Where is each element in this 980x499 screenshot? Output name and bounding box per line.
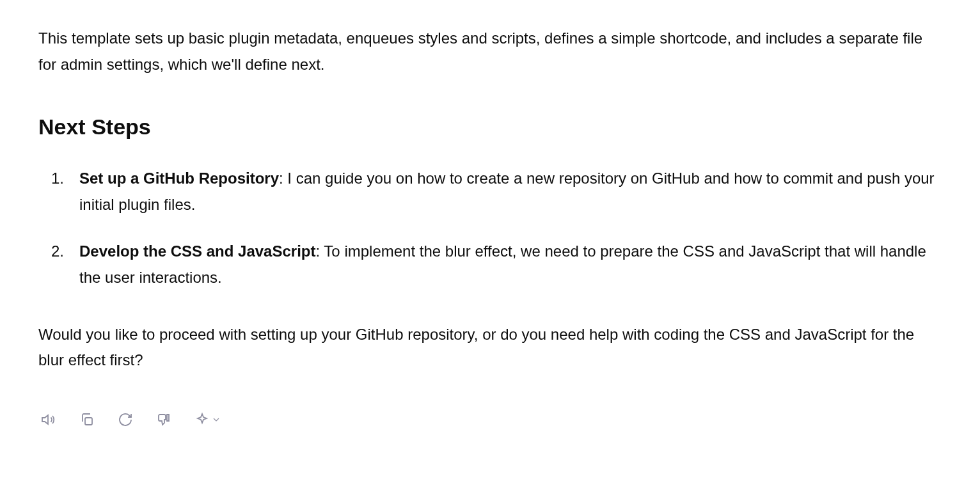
step-bold-text: Develop the CSS and JavaScript <box>79 242 315 260</box>
regenerate-button[interactable] <box>115 409 136 432</box>
steps-list: Set up a GitHub Repository: I can guide … <box>38 166 942 290</box>
step-item: Set up a GitHub Repository: I can guide … <box>51 166 942 218</box>
copy-icon <box>79 412 95 429</box>
model-switch-button[interactable] <box>192 409 224 432</box>
intro-paragraph: This template sets up basic plugin metad… <box>38 26 942 78</box>
next-steps-heading: Next Steps <box>38 109 942 146</box>
speaker-icon <box>41 412 56 429</box>
svg-rect-0 <box>85 418 92 425</box>
closing-paragraph: Would you like to proceed with setting u… <box>38 322 942 374</box>
step-bold-text: Set up a GitHub Repository <box>79 170 279 187</box>
copy-button[interactable] <box>77 409 97 432</box>
read-aloud-button[interactable] <box>38 409 59 432</box>
action-bar <box>38 404 942 432</box>
thumbs-down-icon <box>156 412 171 429</box>
step-item: Develop the CSS and JavaScript: To imple… <box>51 239 942 291</box>
refresh-icon <box>118 412 133 429</box>
chevron-down-icon <box>211 415 221 427</box>
sparkle-icon <box>194 412 210 429</box>
bad-response-button[interactable] <box>154 409 174 432</box>
